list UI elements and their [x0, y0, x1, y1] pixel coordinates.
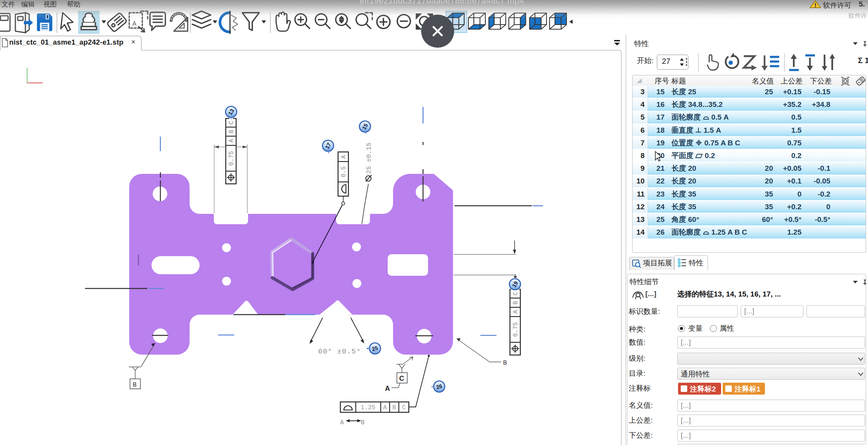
svg-text:A: A [512, 310, 519, 314]
svg-text:B: B [133, 381, 137, 388]
svg-text:C: C [228, 121, 235, 125]
svg-text:B: B [503, 359, 507, 367]
svg-text:C: C [402, 404, 406, 411]
svg-text:A: A [383, 404, 387, 411]
svg-text:B: B [361, 419, 365, 426]
svg-text:C: C [399, 375, 404, 382]
svg-text:B: B [512, 301, 519, 305]
svg-text:60° ±0.5°: 60° ±0.5° [318, 347, 361, 356]
svg-text:B: B [228, 130, 235, 133]
svg-text:0.5: 0.5 [340, 166, 347, 177]
svg-text:A: A [340, 155, 347, 159]
svg-text:0.75: 0.75 [228, 151, 235, 165]
svg-text:0.75: 0.75 [512, 322, 519, 337]
svg-text:1.25: 1.25 [361, 404, 375, 411]
svg-text:A: A [340, 419, 344, 426]
svg-text:B: B [392, 404, 396, 411]
svg-text:A: A [132, 20, 137, 27]
svg-text:A: A [385, 385, 390, 392]
svg-text:25 ±0.15: 25 ±0.15 [365, 142, 373, 174]
svg-text:C: C [512, 292, 519, 296]
svg-text:A: A [228, 139, 235, 143]
